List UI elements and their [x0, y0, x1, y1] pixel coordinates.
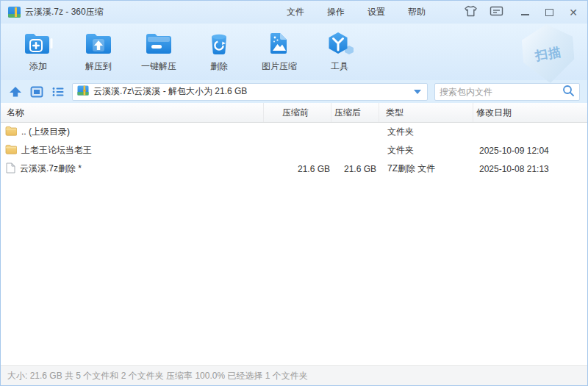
table-row[interactable]: 上老王论坛当老王 文件夹 2025-10-09 12:04 — [1, 141, 587, 160]
up-level-icon[interactable] — [8, 85, 23, 99]
menu-file[interactable]: 文件 — [287, 6, 304, 18]
folder-icon — [5, 126, 17, 138]
toolbar-label: 工具 — [331, 60, 348, 73]
image-compress-button[interactable]: 图片压缩 — [252, 29, 306, 76]
delete-button[interactable]: 删除 — [192, 29, 246, 76]
view-mode-icon[interactable] — [29, 85, 44, 99]
one-click-extract-button[interactable]: 一键解压 — [132, 29, 186, 76]
search-box — [434, 83, 580, 101]
address-bar: 云溪溪.7z\云溪溪 - 解包大小为 21.6 GB — [1, 80, 587, 103]
one-click-extract-icon — [143, 31, 174, 58]
delete-trash-icon — [204, 31, 234, 58]
column-header-type[interactable]: 类型 — [379, 103, 473, 122]
archive-path-text: 云溪溪.7z\云溪溪 - 解包大小为 21.6 GB — [93, 85, 409, 98]
scan-badge-label: 扫描 — [534, 43, 562, 65]
toolbar-label: 解压到 — [85, 60, 112, 73]
file-name: 云溪溪.7z删除 * — [20, 162, 82, 175]
file-type: 文件夹 — [379, 144, 473, 157]
tools-button[interactable]: 工具 — [312, 29, 367, 76]
chevron-down-icon[interactable] — [414, 90, 421, 94]
status-text: 大小: 21.6 GB 共 5 个文件和 2 个文件夹 压缩率 100.0% 已… — [7, 370, 308, 382]
minimize-button[interactable] — [517, 5, 533, 20]
title-bar: 云溪溪.7z - 360压缩 文件 操作 设置 帮助 ✕ — [1, 1, 587, 24]
column-header-date[interactable]: 修改日期 — [473, 103, 587, 122]
window-controls: ✕ — [517, 5, 581, 20]
column-header-after[interactable]: 压缩后 — [331, 103, 379, 122]
folder-icon — [5, 144, 17, 157]
window-title: 云溪溪.7z - 360压缩 — [25, 6, 104, 18]
table-row[interactable]: .. (上级目录) 文件夹 — [1, 123, 587, 141]
file-type: 7Z删除 文件 — [379, 162, 473, 175]
maximize-button[interactable] — [541, 5, 557, 20]
app-archive-icon — [8, 7, 21, 18]
menu-settings[interactable]: 设置 — [368, 6, 385, 18]
status-bar: 大小: 21.6 GB 共 5 个文件和 2 个文件夹 压缩率 100.0% 已… — [1, 365, 587, 385]
list-view-icon[interactable] — [51, 85, 65, 99]
feedback-icon[interactable] — [490, 6, 503, 19]
menu-bar: 文件 操作 设置 帮助 — [287, 6, 426, 18]
modified-date: 2025-10-08 21:13 — [473, 164, 587, 174]
scan-shield-badge[interactable]: 扫描 — [519, 23, 577, 85]
toolbar-label: 图片压缩 — [262, 60, 297, 73]
file-list: .. (上级目录) 文件夹 上老王论坛当老王 文件夹 2025-10-09 12… — [1, 123, 587, 365]
search-icon[interactable] — [562, 85, 575, 99]
table-row[interactable]: 云溪溪.7z删除 * 21.6 GB 21.6 GB 7Z删除 文件 2025-… — [1, 160, 587, 178]
file-icon — [5, 162, 15, 176]
size-before: 21.6 GB — [264, 164, 331, 174]
close-button[interactable]: ✕ — [565, 5, 581, 20]
size-after: 21.6 GB — [331, 164, 379, 174]
toolbar: 添加 解压到 一键解压 删除 图片压缩 — [1, 24, 587, 80]
table-header: 名称 压缩前 压缩后 类型 修改日期 — [1, 103, 587, 123]
add-button[interactable]: 添加 — [11, 29, 65, 76]
search-input[interactable] — [440, 87, 562, 97]
toolbar-label: 一键解压 — [141, 60, 176, 73]
toolbar-label: 添加 — [29, 60, 47, 73]
column-header-before[interactable]: 压缩前 — [264, 103, 331, 122]
file-type: 文件夹 — [379, 126, 473, 138]
file-name: 上老王论坛当老王 — [21, 144, 92, 157]
menu-operation[interactable]: 操作 — [327, 6, 345, 18]
column-header-name[interactable]: 名称 — [1, 103, 264, 122]
tools-cube-icon — [324, 31, 355, 58]
file-name: .. (上级目录) — [21, 126, 70, 138]
extract-to-icon — [83, 31, 114, 58]
toolbar-label: 删除 — [210, 60, 228, 73]
skin-theme-icon[interactable] — [464, 5, 478, 19]
extract-to-button[interactable]: 解压到 — [71, 29, 126, 76]
image-compress-icon — [265, 31, 294, 58]
archive-path-combobox[interactable]: 云溪溪.7z\云溪溪 - 解包大小为 21.6 GB — [72, 83, 428, 101]
app-window: 云溪溪.7z - 360压缩 文件 操作 设置 帮助 ✕ 添加 — [0, 0, 588, 386]
titlebar-extra-icons — [464, 5, 503, 19]
modified-date: 2025-10-09 12:04 — [473, 146, 587, 156]
menu-help[interactable]: 帮助 — [408, 6, 426, 18]
add-folder-icon — [23, 31, 54, 58]
archive-file-icon — [77, 85, 89, 98]
